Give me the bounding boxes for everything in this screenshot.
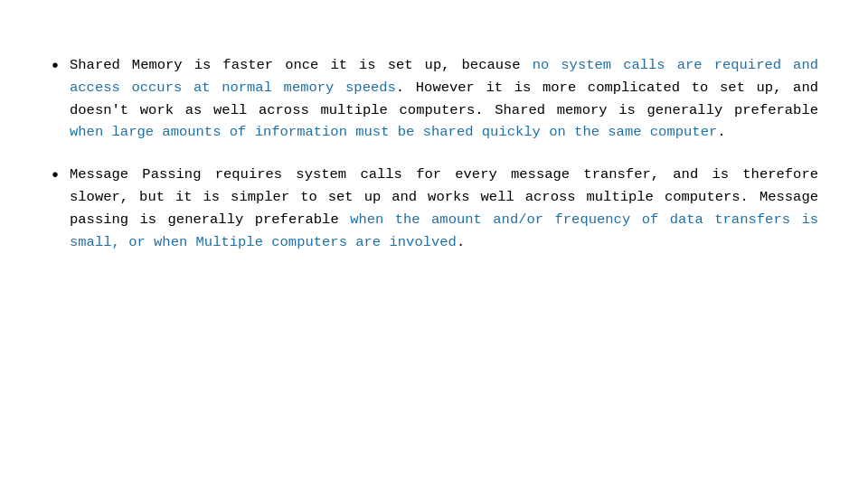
bullet-item-shared-memory: • Shared Memory is faster once it is set… (50, 54, 818, 144)
bullet-dot-2: • (50, 162, 61, 191)
bullet-item-message-passing: • Message Passing requires system calls … (50, 164, 818, 253)
highlight-shared-memory-1: no system calls are required and access … (70, 57, 818, 96)
bullet-text-message-passing: Message Passing requires system calls fo… (70, 164, 818, 253)
highlight-message-passing-1: when the amount and/or frequency of data… (70, 211, 818, 250)
bullet-text-shared-memory: Shared Memory is faster once it is set u… (70, 54, 818, 144)
slide-container: • Shared Memory is faster once it is set… (0, 0, 868, 488)
highlight-shared-memory-2: when large amounts of information must b… (70, 124, 717, 140)
bullet-list: • Shared Memory is faster once it is set… (50, 54, 818, 273)
bullet-dot-1: • (50, 52, 61, 81)
